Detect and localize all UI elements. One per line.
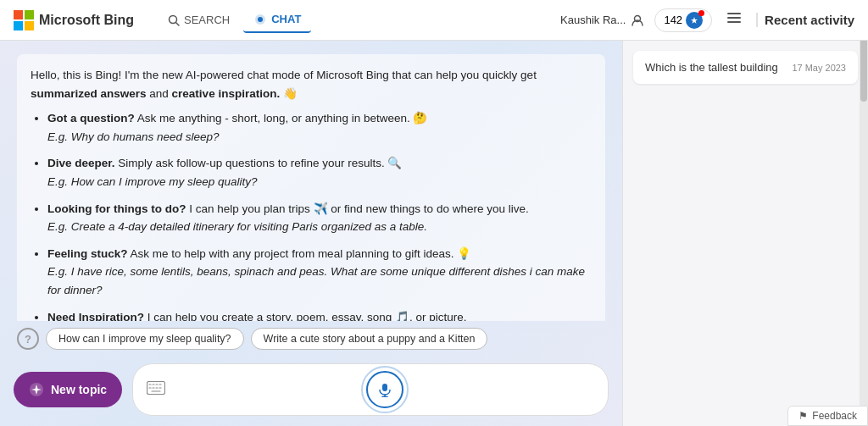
bullet-dive: Dive deeper. Simply ask follow-up questi… [47,154,592,191]
nav-right: Kaushik Ra... 142 Recent activity [560,6,854,34]
brand-logo-area[interactable]: Microsoft Bing [14,10,134,30]
input-box[interactable] [132,363,609,416]
recent-activity-header: Recent activity [756,13,854,27]
username: Kaushik Ra... [560,14,626,26]
activity-item-text: Which is the tallest building [645,61,778,74]
suggestion-chip-1[interactable]: Write a cute story about a puppy and a K… [251,328,488,350]
bullet-question-label: Got a question? [47,112,135,124]
scrollbar-thumb [860,34,867,102]
svg-rect-3 [25,21,34,30]
activity-content: Which is the tallest building 17 May 202… [623,41,868,426]
brand-name: Microsoft Bing [39,13,134,28]
svg-rect-0 [14,10,23,19]
bullet-things-label: Looking for things to do? [47,202,186,215]
input-area: New topic [0,357,622,426]
keyboard-icon[interactable] [147,381,165,399]
mic-icon [377,382,392,397]
search-icon [168,14,180,26]
bullet-things: Looking for things to do? I can help you… [47,200,592,236]
microsoft-logo [14,10,34,30]
user-icon [631,14,644,27]
activity-item-date: 17 May 2023 [792,63,846,73]
activity-item-0[interactable]: Which is the tallest building 17 May 202… [633,51,858,84]
bullet-stuck: Feeling stuck? Ask me to help with any p… [47,245,592,300]
svg-rect-1 [25,10,34,19]
suggestion-chip-0[interactable]: How can I improve my sleep quality? [46,328,244,350]
svg-point-7 [258,17,263,22]
nav-chat[interactable]: CHAT [243,8,311,33]
suggestion-help-icon[interactable]: ? [17,328,39,350]
points-badge[interactable]: 142 [654,8,712,32]
chat-content: Hello, this is Bing! I'm the new AI-powe… [0,41,622,321]
svg-line-5 [176,22,180,25]
svg-rect-2 [14,21,23,30]
activity-panel: Which is the tallest building 17 May 202… [622,41,868,426]
nav-items: SEARCH CHAT [158,8,311,33]
bullet-stuck-label: Feeling stuck? [47,247,128,260]
new-topic-button[interactable]: New topic [14,372,122,407]
mic-container [175,371,594,408]
main-layout: Hello, this is Bing! I'm the new AI-powe… [0,41,868,426]
points-value: 142 [664,14,682,26]
bullet-question: Got a question? Ask me anything - short,… [47,109,592,146]
chat-bullets-list: Got a question? Ask me anything - short,… [31,109,592,321]
hamburger-button[interactable] [722,6,746,34]
bullet-dive-label: Dive deeper. [47,157,115,169]
mic-button[interactable] [366,371,403,408]
bullet-inspiration-label: Need Inspiration? [47,311,144,321]
window-scrollbar[interactable] [860,0,868,426]
intro-text: Hello, this is Bing! I'm the new AI-powe… [31,66,592,102]
top-navigation: Microsoft Bing SEARCH CHAT Kaushik Ra... [0,0,868,41]
spark-icon [29,382,44,397]
suggestions-bar: ? How can I improve my sleep quality? Wr… [0,321,622,357]
nav-search[interactable]: SEARCH [158,8,240,31]
user-info[interactable]: Kaushik Ra... [560,14,644,27]
bullet-inspiration: Need Inspiration? I can help you create … [47,308,592,321]
chat-icon [253,13,267,26]
feedback-button[interactable]: ⚑ Feedback [787,406,868,426]
svg-rect-24 [382,384,387,391]
chat-panel: Hello, this is Bing! I'm the new AI-powe… [0,41,622,426]
reward-icon [686,12,703,29]
feedback-flag-icon: ⚑ [798,410,808,422]
feedback-label: Feedback [812,410,857,422]
chat-message-intro: Hello, this is Bing! I'm the new AI-powe… [17,54,605,321]
